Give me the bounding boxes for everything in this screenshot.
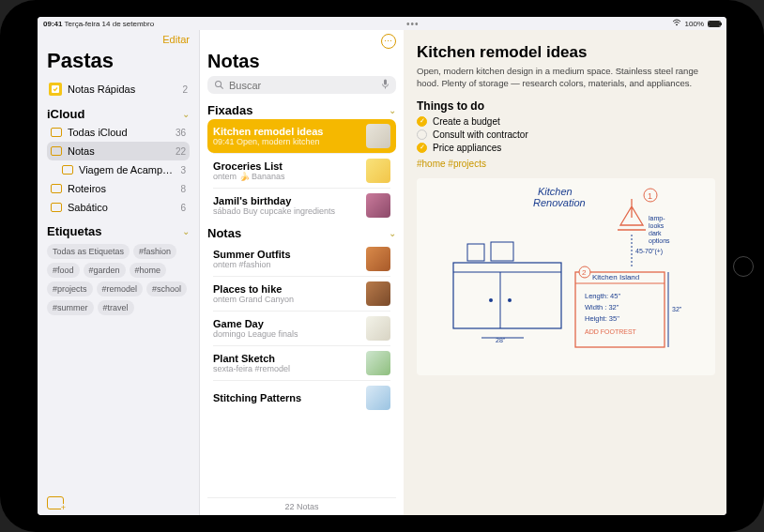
svg-text:Length: 45": Length: 45" (585, 292, 620, 300)
note-item-subtitle: ontem #fashion (213, 260, 360, 269)
svg-text:Kitchen Island: Kitchen Island (592, 273, 639, 281)
status-bar: 09:41 Terça-feira 14 de setembro ••• 100… (38, 17, 726, 30)
status-date: Terça-feira 14 de setembro (65, 20, 155, 28)
note-item[interactable]: Stitching Patterns (207, 381, 396, 415)
dictate-icon[interactable] (381, 79, 390, 91)
folder-label: Todas iCloud (68, 127, 170, 138)
tags-container: Todas as Etiquetas#fashion#food#garden#h… (47, 244, 190, 315)
wifi-icon (672, 19, 681, 28)
folder-row[interactable]: Notas 22 (47, 142, 190, 160)
svg-text:Height: 35": Height: 35" (585, 314, 619, 323)
pinned-header[interactable]: Fixadas ⌄ (207, 103, 396, 117)
note-item[interactable]: Game Day domingo League finals (207, 312, 396, 345)
notes-list-header[interactable]: Notas ⌄ (207, 226, 396, 240)
tag-pill[interactable]: #home (130, 263, 167, 278)
svg-rect-4 (384, 80, 387, 85)
note-title[interactable]: Kitchen remodel ideas (417, 43, 715, 62)
folder-row[interactable]: Sabático 6 (47, 198, 190, 217)
tag-pill[interactable]: #fashion (133, 244, 176, 259)
checkbox-icon[interactable] (417, 143, 427, 153)
icloud-section-header[interactable]: iCloud ⌄ (47, 107, 190, 121)
svg-rect-16 (467, 244, 484, 261)
search-icon (214, 80, 224, 90)
todo-row[interactable]: Create a budget (417, 116, 715, 127)
note-item-title: Game Day (213, 318, 360, 329)
note-item[interactable]: Groceries List ontem 🍌 Bananas (207, 154, 396, 188)
note-item-subtitle: ontem 🍌 Bananas (213, 172, 360, 181)
note-item-title: Kitchen remodel ideas (213, 126, 360, 137)
folder-icon (51, 203, 62, 212)
todo-row[interactable]: Consult with contractor (417, 129, 715, 140)
folders-title: Pastas (47, 49, 190, 73)
svg-text:32": 32" (672, 306, 682, 312)
todo-header: Things to do (417, 99, 715, 113)
note-hashtags[interactable]: #home #projects (417, 159, 715, 169)
note-thumbnail (366, 281, 390, 306)
tag-pill[interactable]: Todas as Etiquetas (47, 244, 130, 259)
checkbox-icon[interactable] (417, 116, 427, 127)
svg-text:options: options (649, 237, 670, 245)
tag-pill[interactable]: #summer (47, 300, 94, 315)
svg-text:45-70"(+): 45-70"(+) (635, 248, 663, 255)
note-item[interactable]: Summer Outfits ontem #fashion (207, 242, 396, 276)
svg-point-2 (216, 82, 222, 87)
note-thumbnail (366, 351, 390, 375)
folder-label: Viagem de Acampamento (79, 164, 175, 175)
status-time: 09:41 (43, 20, 62, 28)
folder-row[interactable]: Roteiros 8 (47, 179, 190, 198)
tag-pill[interactable]: #travel (98, 300, 134, 315)
battery-pct: 100% (685, 20, 704, 28)
folder-count: 8 (180, 184, 186, 194)
tag-pill[interactable]: #remodel (97, 281, 144, 296)
folder-row[interactable]: Todas iCloud 36 (47, 123, 190, 142)
folder-count: 6 (180, 203, 186, 213)
note-item[interactable]: Plant Sketch sexta-feira #remodel (207, 346, 396, 380)
note-thumbnail (366, 193, 390, 218)
tags-section-header[interactable]: Etiquetas ⌄ (47, 224, 190, 238)
folder-count: 3 (180, 165, 186, 175)
folder-row[interactable]: Viagem de Acampamento 3 (47, 160, 190, 179)
svg-text:Renovation: Renovation (533, 197, 586, 208)
svg-point-20 (489, 298, 493, 302)
note-item[interactable]: Kitchen remodel ideas 09:41 Open, modern… (207, 119, 396, 153)
edit-button[interactable]: Editar (47, 34, 190, 45)
home-button[interactable] (733, 256, 754, 277)
svg-text:dark: dark (649, 230, 662, 236)
multitask-dots[interactable]: ••• (406, 19, 420, 29)
notes-list-column: ⋯ Notas Fixadas ⌄ Kitchen remodel ideas … (199, 30, 404, 515)
note-item[interactable]: Jamil's birthday sábado Buy cupcake ingr… (207, 189, 396, 222)
note-item[interactable]: Places to hike ontem Grand Canyon (207, 277, 396, 311)
note-thumbnail (366, 386, 390, 410)
quick-notes-row[interactable]: Notas Rápidas 2 (47, 79, 190, 99)
note-thumbnail (366, 124, 390, 148)
folder-icon (62, 165, 73, 175)
ipad-frame: 09:41 Terça-feira 14 de setembro ••• 100… (0, 0, 764, 532)
quick-notes-label: Notas Rápidas (68, 84, 176, 95)
tag-pill[interactable]: #projects (47, 281, 93, 296)
tag-pill[interactable]: #food (47, 263, 80, 278)
new-folder-button[interactable] (47, 496, 64, 509)
folder-icon (51, 146, 62, 156)
more-options-button[interactable]: ⋯ (381, 34, 396, 49)
todo-row[interactable]: Price appliances (417, 143, 715, 153)
note-item-title: Places to hike (213, 283, 360, 295)
note-sketch[interactable]: Kitchen Renovation 1 lamp- looks dark op… (417, 178, 715, 375)
svg-text:2: 2 (582, 268, 587, 277)
folders-sidebar: Editar Pastas Notas Rápidas 2 iCloud ⌄ T… (38, 30, 199, 515)
search-box[interactable] (207, 76, 396, 94)
tag-pill[interactable]: #school (146, 281, 187, 296)
note-thumbnail (366, 316, 390, 341)
note-item-subtitle: sábado Buy cupcake ingredients (213, 206, 360, 216)
note-body[interactable]: Open, modern kitchen design in a medium … (417, 66, 715, 90)
folder-label: Roteiros (68, 183, 175, 194)
folder-count: 22 (176, 146, 186, 157)
svg-point-0 (676, 23, 678, 25)
checkbox-icon[interactable] (417, 129, 427, 140)
folder-label: Sabático (68, 202, 175, 213)
svg-text:Width : 32": Width : 32" (585, 303, 619, 312)
notes-count-footer: 22 Notas (207, 497, 396, 515)
svg-text:Kitchen: Kitchen (538, 186, 573, 197)
tag-pill[interactable]: #garden (84, 263, 126, 278)
search-input[interactable] (229, 80, 376, 91)
todo-label: Create a budget (433, 116, 500, 127)
